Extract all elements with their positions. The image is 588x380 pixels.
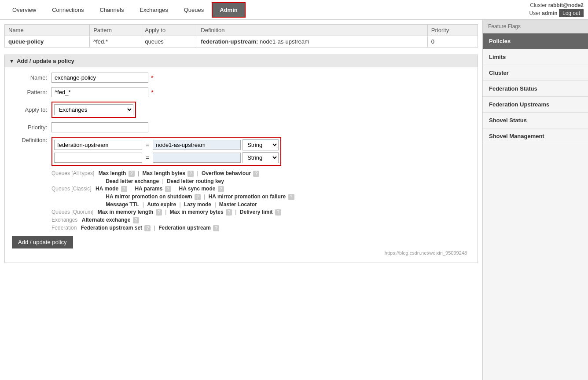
col-header-priority: Priority [427, 25, 478, 36]
add-update-policy-button[interactable]: Add / update policy [12, 236, 73, 248]
apply-to-wrapper: All Exchanges Queues Classic queues Quor… [51, 102, 136, 118]
pattern-required-star: * [151, 88, 154, 96]
hint-max-memory-bytes[interactable]: Max in memory bytes [170, 209, 224, 215]
hint-queues-quorum-row1: Queues [Quorum] Max in memory length ? |… [51, 209, 470, 216]
def-value-display: node1-as-upstream [260, 38, 309, 45]
sidebar-item-federation-status[interactable]: Federation Status [483, 81, 588, 97]
main-layout: Name Pattern Apply to Definition Priorit… [0, 20, 588, 380]
add-policy-section-header[interactable]: ▼ Add / update a policy [4, 55, 478, 67]
sep2: | [197, 170, 198, 176]
hint-federation-upstream[interactable]: Federation upstream [158, 225, 211, 231]
def-row-1: = String Number Boolean List [54, 139, 279, 150]
cluster-name-line: Cluster rabbit@node2 [529, 2, 584, 8]
delivery-limit-q[interactable]: ? [275, 209, 281, 216]
hint-auto-expire[interactable]: Auto expire [147, 201, 176, 208]
ha-mirror-failure-q[interactable]: ? [288, 194, 294, 200]
nav-item-admin[interactable]: Admin [212, 2, 245, 18]
hint-max-length[interactable]: Max length [99, 170, 126, 176]
hint-dead-letter-exchange[interactable]: Dead letter exchange [106, 178, 159, 184]
nav-item-overview[interactable]: Overview [4, 2, 44, 18]
policy-priority: 0 [427, 36, 478, 48]
name-input[interactable] [51, 73, 148, 83]
max-length-bytes-q[interactable]: ? [187, 171, 194, 177]
hint-overflow[interactable]: Overflow behaviour [202, 170, 251, 176]
hint-ha-sync-mode[interactable]: HA sync mode [179, 186, 216, 192]
priority-row: Priority: [12, 122, 470, 132]
sidebar-item-cluster[interactable]: Cluster [483, 65, 588, 81]
nav-item-exchanges[interactable]: Exchanges [132, 2, 176, 18]
section-arrow-icon: ▼ [9, 58, 14, 64]
def-type-select-2[interactable]: String Number Boolean List [243, 152, 279, 163]
def-value-input[interactable] [153, 140, 241, 150]
hint-dead-letter-routing[interactable]: Dead letter routing key [167, 178, 224, 184]
content-area: Name Pattern Apply to Definition Priorit… [0, 20, 482, 380]
nav-item-channels[interactable]: Channels [92, 2, 132, 18]
pattern-input[interactable] [51, 87, 148, 97]
col-header-apply-to: Apply to [141, 25, 197, 36]
hint-ha-mode[interactable]: HA mode [96, 186, 118, 192]
def-type-select-1[interactable]: String Number Boolean List [243, 139, 279, 150]
hint-ha-mirror-shutdown[interactable]: HA mirror promotion on shutdown [106, 194, 192, 200]
queues-all-label: Queues [All types] [51, 170, 94, 176]
nav-item-queues[interactable]: Queues [176, 2, 212, 18]
hint-federation-row1: Federation Federation upstream set ? | F… [51, 225, 470, 231]
policy-table: Name Pattern Apply to Definition Priorit… [4, 24, 478, 48]
queues-quorum-label: Queues [Quorum] [51, 209, 93, 215]
hint-delivery-limit[interactable]: Delivery limit [240, 209, 273, 215]
fed-upstream-q[interactable]: ? [213, 225, 219, 231]
hint-message-ttl[interactable]: Message TTL [106, 201, 139, 208]
definition-label: Definition: [12, 137, 51, 143]
definition-row: Definition: = String Number Boolean List [12, 137, 470, 166]
hint-ha-mirror-failure[interactable]: HA mirror promotion on failure [209, 194, 286, 200]
feature-flags-label: Feature Flags [483, 20, 588, 33]
sidebar-item-limits[interactable]: Limits [483, 49, 588, 65]
priority-input[interactable] [51, 122, 148, 132]
hint-alternate-exchange[interactable]: Alternate exchange [82, 217, 131, 223]
policy-apply-to: queues [141, 36, 197, 48]
nav-links: Overview Connections Channels Exchanges … [4, 2, 529, 18]
sidebar-item-shovel-status[interactable]: Shovel Status [483, 113, 588, 128]
policy-pattern: ^fed.* [90, 36, 141, 48]
ha-mode-q[interactable]: ? [121, 186, 127, 192]
hint-ha-params[interactable]: HA params [135, 186, 162, 192]
max-length-q[interactable]: ? [129, 171, 135, 177]
alt-exchange-q[interactable]: ? [133, 217, 139, 223]
def-row-2: = String Number Boolean List [54, 152, 279, 163]
hint-master-locator[interactable]: Master Locator [219, 201, 257, 208]
sidebar-item-policies[interactable]: Policies [483, 33, 588, 49]
overflow-q[interactable]: ? [253, 171, 259, 177]
sidebar-item-shovel-management[interactable]: Shovel Management [483, 128, 588, 144]
sep4: | [130, 186, 132, 192]
right-sidebar: Feature Flags Policies Limits Cluster Fe… [482, 20, 588, 380]
ha-params-q[interactable]: ? [165, 186, 171, 192]
max-memory-bytes-q[interactable]: ? [226, 209, 232, 216]
sep3: | [162, 178, 163, 184]
pattern-row: Pattern: * [12, 87, 470, 97]
sep6: | [204, 194, 205, 200]
fed-upstream-set-q[interactable]: ? [144, 225, 151, 231]
sep11: | [235, 209, 236, 215]
sep8: | [180, 201, 181, 208]
hint-max-memory-length[interactable]: Max in memory length [98, 209, 154, 215]
sidebar-item-federation-upstreams[interactable]: Federation Upstreams [483, 97, 588, 113]
exchanges-label: Exchanges [51, 217, 77, 223]
apply-to-select[interactable]: All Exchanges Queues Classic queues Quor… [54, 104, 133, 115]
hint-queues-classic-row3: Message TTL | Auto expire | Lazy mode | … [51, 201, 470, 208]
ha-sync-q[interactable]: ? [218, 186, 224, 192]
hint-queues-classic-row2: HA mirror promotion on shutdown ? | HA m… [51, 194, 470, 200]
hint-lazy-mode[interactable]: Lazy mode [184, 201, 211, 208]
federation-label: Federation [51, 225, 77, 231]
hint-exchanges-row1: Exchanges Alternate exchange ? [51, 217, 470, 223]
hint-federation-upstream-set[interactable]: Federation upstream set [81, 225, 142, 231]
def-value-input-2[interactable] [153, 153, 241, 163]
ha-mirror-shutdown-q[interactable]: ? [195, 194, 201, 200]
max-memory-length-q[interactable]: ? [156, 209, 162, 216]
nav-item-connections[interactable]: Connections [44, 2, 92, 18]
user-label: User [529, 10, 540, 16]
name-label: Name: [12, 74, 51, 81]
hint-max-length-bytes[interactable]: Max length bytes [143, 170, 185, 176]
add-policy-form: Name: * Pattern: * Apply to: All Exchang… [4, 67, 478, 263]
def-key-input[interactable] [54, 140, 142, 150]
logout-button[interactable]: Log out [559, 9, 584, 17]
def-key-input-2[interactable] [54, 153, 142, 163]
